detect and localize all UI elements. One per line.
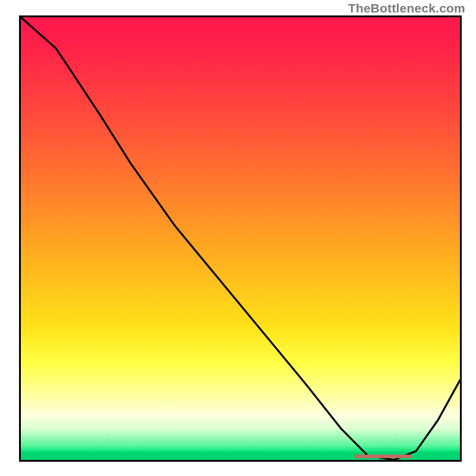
plot-area [19,15,462,462]
minimum-marker [355,455,412,458]
bottleneck-curve [21,17,460,460]
chart-stage: TheBottleneck.com [0,0,476,476]
watermark-label: TheBottleneck.com [348,1,465,15]
